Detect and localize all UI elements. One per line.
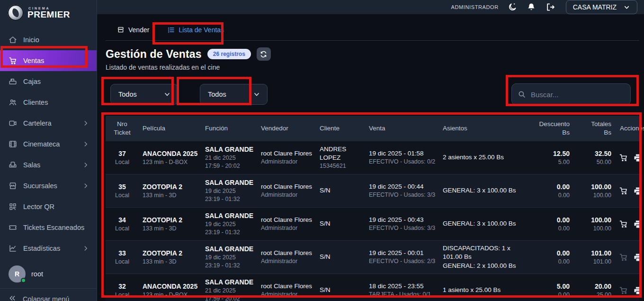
sidebar-item-tickets-escaneados[interactable]: Tickets Escaneados: [0, 217, 97, 238]
client-document: 15345621: [320, 162, 363, 170]
sidebar-user[interactable]: R root: [0, 260, 97, 288]
sale-payment: EFECTIVO - Usados: 3/3: [369, 191, 437, 199]
print-ticket-button[interactable]: [633, 286, 643, 295]
refresh-button[interactable]: [257, 47, 271, 61]
show-time: 23:19 - 01:32: [205, 228, 255, 237]
room-name: SALA GRANDE: [205, 245, 255, 254]
sale-payment: EFECTIVO - Usados: 3/3: [369, 224, 437, 232]
sale-datetime: 19 dic 2025 - 00:01: [369, 249, 437, 257]
seller-name: root Claure Flores: [261, 216, 314, 224]
remove-sale-button[interactable]: [619, 186, 628, 196]
table-row[interactable]: 34 Local ZOOTOPIA 2 133 min - 3D SALA GR…: [106, 208, 639, 241]
sidebar-item-label: Ventas: [23, 57, 44, 64]
total-secondary: 100.00: [575, 225, 611, 233]
remove-sale-button[interactable]: [619, 219, 628, 229]
branch-selector[interactable]: CASA MATRIZ: [566, 0, 637, 14]
show-date: 21 dic 2025: [205, 154, 255, 162]
sidebar-item-cajas[interactable]: Cajas: [0, 71, 97, 92]
sidebar-item-inicio[interactable]: Inicio: [0, 29, 97, 50]
brand-name: PREMIER: [27, 10, 70, 19]
show-date: 19 dic 2025: [205, 187, 255, 195]
seats-detail: 2 asientos x 25.00 Bs: [441, 153, 528, 162]
table-row[interactable]: 33 Local ZOOTOPIA 2 133 min - 3D SALA GR…: [106, 241, 639, 274]
movie-title: ANACONDA 2025: [143, 282, 199, 291]
seller-name: root Claure Flores: [261, 249, 314, 257]
discount-secondary: 5.00: [532, 158, 570, 166]
seats-detail: GENERAL: 3 x 100.00 Bs: [441, 186, 528, 195]
sidebar-item-cinemateca[interactable]: Cinemateca: [0, 134, 97, 155]
chevron-down-icon: [623, 4, 630, 11]
logout-icon[interactable]: [545, 2, 555, 12]
sale-datetime: 19 dic 2025 - 00:44: [369, 182, 437, 191]
table-row[interactable]: 37 Local ANACONDA 2025 123 min - D-BOX S…: [106, 141, 639, 174]
sidebar-item-cartelera[interactable]: Cartelera: [0, 113, 97, 134]
page-head: Gestión de Ventas 26 registros: [106, 47, 644, 61]
sidebar-item-label: Inicio: [23, 36, 39, 44]
sidebar-item-clientes[interactable]: Clientes: [0, 92, 97, 113]
col-header-vendedor: Vendedor: [259, 124, 316, 133]
sale-datetime: 19 dic 2025 - 00:43: [369, 216, 437, 224]
seller-role: Administrador: [261, 224, 314, 232]
seller-name: root Claure Flores: [261, 149, 314, 158]
total-secondary: 100.00: [575, 192, 611, 200]
sidebar-item-salas[interactable]: Salas: [0, 155, 97, 175]
col-header-acciones: Acciones: [615, 124, 644, 133]
sale-datetime: 18 dic 2025 - 23:55: [369, 282, 437, 291]
remove-sale-button[interactable]: [619, 286, 628, 295]
col-header-descuento: Descuento Bs: [530, 120, 572, 137]
filter-select-2[interactable]: Todos: [200, 84, 268, 105]
users-icon: [9, 98, 17, 107]
print-ticket-button[interactable]: [633, 186, 643, 196]
film-icon: [9, 140, 17, 148]
remove-sale-button[interactable]: [619, 253, 628, 262]
show-time: 23:19 - 01:32: [205, 262, 255, 270]
sidebar-item-ventas[interactable]: Ventas: [0, 50, 97, 71]
sidebar-item-sucursales[interactable]: Sucursales: [0, 175, 97, 196]
tab-vender[interactable]: Vender: [116, 21, 150, 40]
app-window: CINEMA PREMIER Inicio Ventas Cajas Clien…: [0, 0, 644, 301]
sale-payment: EFECTIVO - Usados: 0/2: [369, 158, 437, 166]
print-ticket-button[interactable]: [633, 153, 643, 163]
discount-amount: 0.00: [532, 216, 570, 225]
total-secondary: 25.00: [575, 291, 611, 299]
sidebar-item-lector-qr[interactable]: Lector QR: [0, 196, 97, 217]
sidebar-item-estadisticas[interactable]: Estadísticas: [0, 238, 97, 259]
dark-mode-toggle-icon[interactable]: [507, 2, 518, 12]
page-subtitle: Listado de ventas realizadas en el cine: [106, 64, 644, 71]
table-body: 37 Local ANACONDA 2025 123 min - D-BOX S…: [106, 141, 639, 301]
movie-title: ANACONDA 2025: [143, 149, 199, 158]
search-input[interactable]: [531, 91, 616, 99]
sidebar-item-label: Clientes: [23, 99, 48, 106]
tabs-bar: Vender Lista de Ventas: [106, 14, 639, 41]
total-amount: 101.00: [575, 249, 611, 258]
notifications-bell-icon[interactable]: [526, 2, 537, 12]
chevron-down-icon: [163, 91, 171, 98]
sidebar-item-label: Salas: [23, 161, 40, 169]
table-row[interactable]: 32 Local ANACONDA 2025 123 min - D-BOX S…: [106, 274, 639, 301]
filter-select-1-value: Todos: [118, 91, 137, 98]
online-status-dot: [21, 278, 26, 283]
list-icon: [167, 26, 175, 34]
collapse-menu-button[interactable]: Colapsar menú: [0, 288, 97, 301]
sale-datetime: 19 dic 2025 - 01:58: [369, 149, 437, 158]
seller-role: Administrador: [261, 158, 314, 166]
tab-lista-de-ventas[interactable]: Lista de Ventas: [166, 21, 225, 40]
sale-payment: EFECTIVO - Usados: 2/3: [369, 257, 437, 265]
movie-meta: 133 min - 3D: [143, 225, 199, 233]
brand-logo[interactable]: CINEMA PREMIER: [0, 0, 97, 29]
discount-secondary: 0.00: [532, 225, 570, 233]
table-row[interactable]: 35 Local ZOOTOPIA 2 133 min - 3D SALA GR…: [106, 174, 639, 208]
print-ticket-button[interactable]: [633, 219, 643, 229]
total-amount: 32.50: [575, 149, 611, 158]
branch-name: CASA MATRIZ: [573, 3, 617, 11]
ticket-number: 37: [107, 149, 137, 158]
remove-sale-button[interactable]: [619, 153, 628, 163]
ticket-number: 34: [107, 216, 137, 225]
discount-amount: 0.00: [532, 249, 570, 258]
print-ticket-button[interactable]: [633, 253, 643, 262]
filter-select-1[interactable]: Todos: [110, 84, 178, 105]
seller-role: Administrador: [261, 191, 314, 199]
discount-amount: 0.00: [532, 182, 570, 192]
sale-payment: TARJETA - Usados: 0/1: [369, 291, 437, 299]
discount-secondary: 0.00: [532, 192, 570, 200]
